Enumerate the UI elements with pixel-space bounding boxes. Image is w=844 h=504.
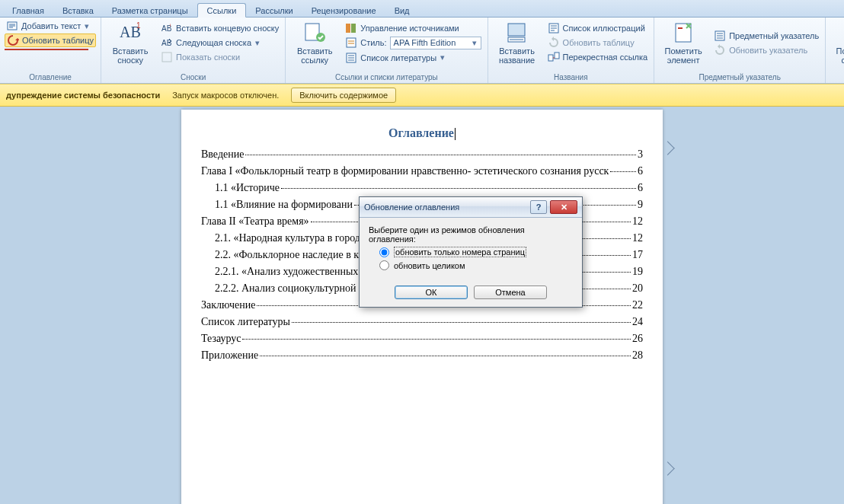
radio-update-all[interactable]: обновить целиком [379,260,573,270]
mark-entry-icon [671,21,695,45]
radio-input[interactable] [379,247,389,257]
toc-leader [281,188,636,189]
tab-разметка страницы[interactable]: Разметка страницы [103,4,197,17]
style-value: APA Fifth Edition [394,38,456,47]
cmd-label: Обновить указатель [729,46,807,55]
toc-text: Приложение [201,349,258,362]
toc-text: Тезаурус [201,332,241,346]
radio-input[interactable] [379,260,389,270]
style-icon [345,37,357,49]
cmd-update-figtable[interactable]: Обновить таблицу [546,36,650,49]
add-text-icon [6,20,18,32]
tab-главная[interactable]: Главная [3,4,53,17]
group-authorities: Пометить ссылку Та Таблица [826,18,844,83]
ok-button[interactable]: ОК [395,285,468,299]
underline-accent [5,49,88,50]
tab-рецензирование[interactable]: Рецензирование [302,4,385,17]
text-cursor [455,128,456,140]
toc-line[interactable]: Глава I «Фольклорный театр в формировани… [201,164,643,178]
chevron-down-icon: ▾ [472,38,478,48]
cmd-manage-sources[interactable]: Управление источниками [344,21,482,35]
cmd-show-footnotes[interactable]: Показать сноски [159,50,280,64]
tab-вставка[interactable]: Вставка [53,4,103,17]
refresh-icon [7,34,19,46]
cmd-add-text[interactable]: Добавить текст▾ [5,19,96,33]
toc-line[interactable]: 1.1 «Историче6 [201,181,643,195]
toc-page: 17 [632,248,643,262]
close-button[interactable]: ✕ [550,200,577,214]
index-icon [714,30,726,42]
btn-label: Вставить ссылку [297,46,333,65]
refresh-icon [548,37,560,49]
toc-page: 12 [632,231,643,245]
toc-page: 28 [632,349,643,362]
radio-update-pages[interactable]: обновить только номера страниц [379,247,573,257]
toc-line[interactable]: Приложение28 [201,349,643,362]
svg-rect-17 [555,53,559,59]
toc-page: 20 [632,282,643,295]
cmd-update-toc[interactable]: Обновить таблицу [5,33,96,47]
toc-page: 24 [632,315,643,329]
cmd-style[interactable]: Стиль: APA Fifth Edition▾ [344,36,482,50]
toc-page: 9 [638,198,643,212]
citation-icon [302,21,327,45]
cmd-label: Список литературы [360,53,436,62]
btn-insert-citation[interactable]: Вставить ссылку [290,19,339,66]
enable-content-button[interactable]: Включить содержимое [291,88,396,103]
help-button[interactable]: ? [530,200,547,214]
svg-rect-9 [346,24,350,33]
warning-text: Запуск макросов отключен. [172,91,279,100]
chevron-down-icon: ▾ [84,21,90,31]
chevron-down-icon: ▾ [254,38,261,48]
btn-mark-entry[interactable]: Пометить элемент [659,19,708,66]
toc-title: Оглавление [201,126,643,140]
btn-label: Вставить название [499,46,535,65]
tab-вид[interactable]: Вид [385,4,419,17]
group-label: Сноски [106,72,280,83]
btn-mark-citation[interactable]: Пометить ссылку [830,19,844,66]
cmd-label: Перекрестная ссылка [563,53,648,62]
toc-page: 26 [632,332,643,346]
btn-label: Пометить ссылку [836,46,844,65]
show-notes-icon [161,51,173,63]
btn-insert-footnote[interactable]: AB1 Вставить сноску [106,19,155,66]
cmd-update-index[interactable]: Обновить указатель [712,43,820,57]
toc-line[interactable]: Тезаурус26 [201,332,643,346]
tab-ссылки[interactable]: Ссылки [197,3,247,18]
toc-text: Глава II «Театра время» [201,215,309,228]
toc-leader [260,356,631,356]
cmd-label: Управление источниками [360,24,459,33]
toc-page: 19 [632,265,643,279]
cancel-button[interactable]: Отмена [474,285,547,299]
chevron-down-icon: ▾ [440,53,446,62]
cmd-figure-list[interactable]: Список иллюстраций [546,21,650,35]
cmd-label: Список иллюстраций [563,24,645,33]
toc-leader [610,171,636,172]
cmd-insert-index[interactable]: Предметный указатель [712,29,820,43]
cmd-next-footnote[interactable]: ABСледующая сноска▾ [159,36,280,49]
cmd-bibliography[interactable]: Список литературы▾ [344,51,482,65]
dialog-title: Обновление оглавления [364,203,530,212]
toc-line[interactable]: Введение3 [201,148,643,161]
btn-insert-caption[interactable]: Вставить название [493,19,542,66]
btn-label: Пометить элемент [664,46,702,65]
group-label: Предметный указатель [659,72,820,83]
cmd-insert-endnote[interactable]: ABiВставить концевую сноску [159,21,280,35]
dialog-titlebar[interactable]: Обновление оглавления ? ✕ [360,197,582,218]
cmd-label: Обновить таблицу [563,38,635,47]
cmd-label: Стиль: [360,38,386,47]
toc-line[interactable]: Список литературы24 [201,315,643,329]
group-label: Ссылки и списки литературы [290,72,482,83]
radio-label: обновить целиком [394,261,465,270]
cmd-crossref[interactable]: Перекрестная ссылка [546,50,650,64]
group-label: Оглавление [5,72,96,83]
figure-list-icon [548,22,560,34]
toc-page: 22 [632,298,643,312]
cmd-label: Предметный указатель [729,31,819,40]
radio-label: обновить только номера страниц [394,247,526,257]
svg-text:i: i [170,23,171,27]
style-dropdown[interactable]: APA Fifth Edition▾ [390,37,481,49]
group-label: Названия [493,72,650,83]
svg-rect-10 [351,24,356,33]
tab-рассылки[interactable]: Рассылки [246,4,302,17]
